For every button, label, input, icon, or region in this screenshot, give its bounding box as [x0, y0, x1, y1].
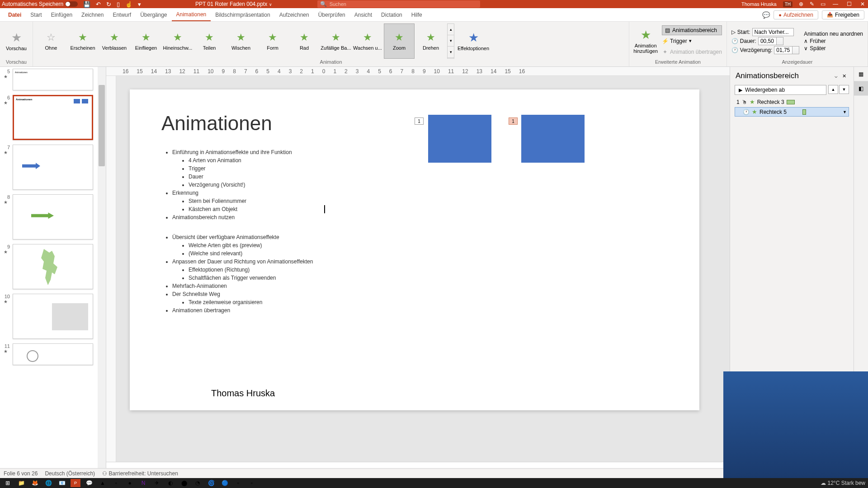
- minimize-button[interactable]: —: [832, 1, 839, 7]
- vlc-icon[interactable]: ▲: [98, 479, 108, 487]
- app-icon[interactable]: ◐: [165, 479, 175, 487]
- move-up-button[interactable]: ▲: [828, 85, 838, 94]
- app-icon[interactable]: 💬: [84, 479, 94, 487]
- slide-thumbnails[interactable]: 5★Animationen 6★Animationen 7★ 8★ 9★ 10★…: [0, 67, 106, 483]
- autosave-toggle[interactable]: Automatisches Speichern: [2, 1, 78, 7]
- app-icon[interactable]: ▫: [247, 479, 257, 487]
- animationsbereich-button[interactable]: ▤Animationsbereich: [662, 25, 722, 35]
- author-text[interactable]: Thomas Hruska: [211, 388, 275, 399]
- maximize-button[interactable]: ☐: [845, 1, 853, 7]
- toggle-switch[interactable]: [65, 1, 78, 7]
- trigger-button[interactable]: ⚡Trigger ▾: [662, 36, 722, 46]
- thumb-8[interactable]: 8★: [4, 194, 102, 239]
- window-icon[interactable]: ▭: [821, 1, 826, 7]
- anim-wischen[interactable]: ★Wischen: [226, 23, 256, 59]
- outlook-icon[interactable]: 📧: [57, 479, 67, 487]
- slide-canvas[interactable]: Animationen Einführung in Animationseffe…: [116, 76, 730, 462]
- side-icon-1[interactable]: ▦: [854, 67, 868, 81]
- app-icon[interactable]: ▫: [111, 479, 121, 487]
- slide[interactable]: Animationen Einführung in Animationseffe…: [130, 89, 699, 410]
- thumb-6[interactable]: 6★Animationen: [4, 95, 102, 140]
- dauer-input[interactable]: 00,50: [758, 37, 783, 45]
- weather-widget[interactable]: ☁ 12°C Stark bew: [821, 480, 865, 486]
- anim-drehen[interactable]: ★Drehen: [415, 23, 446, 59]
- move-down-button[interactable]: ▼: [839, 85, 849, 94]
- freigeben-button[interactable]: 📤 Freigeben: [822, 10, 864, 19]
- spater-button[interactable]: ∨Später: [804, 45, 863, 52]
- tab-hilfe[interactable]: Hilfe: [407, 9, 427, 21]
- tab-start[interactable]: Start: [26, 9, 46, 21]
- start-button[interactable]: ⊞: [3, 479, 13, 487]
- thumb-11[interactable]: 11★: [4, 343, 102, 365]
- app-icon[interactable]: 🌀: [206, 479, 216, 487]
- pane-dropdown-icon[interactable]: ⌵: [832, 72, 840, 80]
- rechteck-5[interactable]: [521, 115, 585, 163]
- touch-icon[interactable]: ☝: [125, 1, 132, 8]
- anim-item-1[interactable]: 1 🖱 ★ Rechteck 3: [735, 98, 849, 106]
- undo-icon[interactable]: ↶: [96, 1, 101, 8]
- explorer-icon[interactable]: 📁: [16, 479, 26, 487]
- tab-ubergange[interactable]: Übergänge: [136, 9, 171, 21]
- tab-datei[interactable]: Datei: [4, 9, 26, 21]
- sync-icon[interactable]: ⊕: [799, 1, 803, 7]
- chrome-icon[interactable]: 🌐: [43, 479, 53, 487]
- save-icon[interactable]: 💾: [83, 1, 90, 8]
- search-input[interactable]: [330, 1, 477, 7]
- animation-hinzufugen-button[interactable]: ★ Animation hinzufügen: [632, 23, 659, 59]
- coming-soon-icon[interactable]: ✎: [810, 1, 814, 7]
- thumb-scrollbar[interactable]: [98, 67, 106, 483]
- thumb-7[interactable]: 7★: [4, 145, 102, 190]
- accessibility-status[interactable]: ⚇ Barrierefreiheit: Untersuchen: [102, 470, 178, 477]
- pane-close-icon[interactable]: ✕: [840, 72, 848, 80]
- app-icon[interactable]: ▫: [233, 479, 243, 487]
- anim-rad[interactable]: ★Rad: [289, 23, 320, 59]
- side-icon-2[interactable]: ◧: [854, 81, 868, 96]
- telegram-icon[interactable]: ✈: [152, 479, 162, 487]
- wiedergeben-button[interactable]: ▶ Wiedergeben ab: [735, 85, 826, 95]
- effektoptionen-button[interactable]: ★ Effektoptionen: [455, 23, 491, 59]
- thumb-5[interactable]: 5★Animationen: [4, 69, 102, 90]
- comments-icon[interactable]: 💬: [762, 11, 770, 19]
- language-status[interactable]: Deutsch (Österreich): [45, 470, 95, 477]
- tab-animationen[interactable]: Animationen: [172, 9, 211, 21]
- user-badge[interactable]: TH: [783, 1, 793, 7]
- anim-hineinschweben[interactable]: ★Hineinschw...: [162, 23, 193, 59]
- gallery-scroll[interactable]: ▴▾▾: [447, 23, 454, 59]
- tab-dictation[interactable]: Dictation: [377, 9, 407, 21]
- anim-zufallige[interactable]: ★Zufällige Ba...: [321, 23, 351, 59]
- slide-counter[interactable]: Folie 6 von 26: [4, 470, 38, 477]
- tab-bildschirm[interactable]: Bildschirmpräsentation: [211, 9, 274, 21]
- anim-tag-1[interactable]: 1: [415, 117, 424, 125]
- anim-item-2[interactable]: 🕐 ★ Rechteck 5 ▼: [735, 107, 849, 117]
- anim-form[interactable]: ★Form: [257, 23, 288, 59]
- tab-einfugen[interactable]: Einfügen: [47, 9, 77, 21]
- slide-content[interactable]: Einführung in Animationseffekte und ihre…: [161, 148, 668, 314]
- powerpoint-icon[interactable]: P: [71, 479, 80, 487]
- search-box[interactable]: 🔍: [317, 0, 480, 8]
- animation-ubertragen-button[interactable]: ✦Animation übertragen: [662, 47, 722, 57]
- user-name[interactable]: Thomas Hruska: [741, 1, 777, 7]
- thumb-9[interactable]: 9★: [4, 244, 102, 289]
- tab-aufzeichnen[interactable]: Aufzeichnen: [275, 9, 314, 21]
- rechteck-3[interactable]: [428, 115, 491, 163]
- slideshow-icon[interactable]: ▯: [117, 1, 120, 8]
- fruher-button[interactable]: ∧Früher: [804, 38, 863, 44]
- close-button[interactable]: ✕: [859, 1, 866, 7]
- anim-verblassen[interactable]: ★Verblassen: [99, 23, 130, 59]
- tab-ansicht[interactable]: Ansicht: [350, 9, 377, 21]
- anim-zoom[interactable]: ★Zoom: [384, 23, 415, 59]
- edge-icon[interactable]: 🔵: [220, 479, 230, 487]
- app-icon[interactable]: ◔: [193, 479, 203, 487]
- verzogerung-input[interactable]: 01,75: [774, 46, 799, 54]
- redo-icon[interactable]: ↻: [106, 1, 111, 8]
- vorschau-button[interactable]: ★ Vorschau: [3, 23, 30, 59]
- firefox-icon[interactable]: 🦊: [30, 479, 40, 487]
- anim-ohne[interactable]: ☆Ohne: [36, 23, 66, 59]
- qat-more-icon[interactable]: ▾: [138, 1, 141, 8]
- thumb-10[interactable]: 10★: [4, 294, 102, 339]
- obs-icon[interactable]: ⬤: [179, 479, 189, 487]
- onenote-icon[interactable]: N: [138, 479, 148, 487]
- anim-tag-2[interactable]: 1: [509, 117, 518, 125]
- tab-uberprufen[interactable]: Überprüfen: [314, 9, 350, 21]
- tab-entwurf[interactable]: Entwurf: [108, 9, 136, 21]
